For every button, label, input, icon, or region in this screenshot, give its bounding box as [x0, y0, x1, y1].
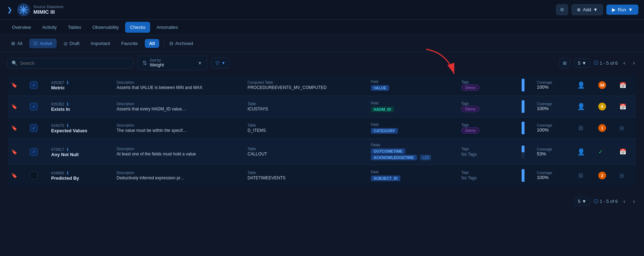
bookmark-icon[interactable]: 🔖 — [11, 149, 17, 155]
coverage-bar — [522, 122, 524, 134]
toolbar-right: ⊞ 5 ▼ ⓘ 1 - 5 of 6 ‹ › — [559, 58, 637, 69]
bottom-page-size-value: 5 — [578, 199, 580, 204]
field-cell: Field VALUE — [367, 74, 458, 96]
calendar-icon[interactable]: 📅 — [619, 104, 626, 110]
alert-badge[interactable]: 2 — [598, 172, 606, 179]
filter-favorite-chip[interactable]: Favorite — [117, 39, 142, 48]
page-size-chevron-icon: ▼ — [582, 60, 586, 66]
field-cell: Field CATEGORY — [367, 117, 458, 139]
draft-label: Draft — [70, 41, 79, 46]
check-id: #25357 — [51, 81, 64, 85]
desc-cell: Description At least one of the fields m… — [113, 139, 244, 165]
tags-label: Tags — [461, 147, 515, 151]
table-label: Table — [247, 171, 363, 175]
calendar-icon[interactable]: 📅 — [619, 82, 626, 88]
tags-cell: Tags Demo — [458, 96, 518, 117]
table-value: CALLOUT — [247, 152, 363, 156]
bookmark-icon[interactable]: 🔖 — [11, 173, 17, 178]
expand-sidebar-button[interactable]: ❯ — [6, 5, 14, 15]
coverage-bar — [522, 146, 524, 158]
nav-bar: Overview Activity Tables Observability C… — [0, 20, 644, 35]
bar-cell — [518, 117, 533, 139]
bookmark-icon[interactable]: 🔖 — [11, 125, 17, 131]
nav-checks[interactable]: Checks — [125, 22, 150, 33]
tag-demo: Demo — [461, 84, 479, 91]
favorite-label: Favorite — [121, 41, 138, 46]
page-size-value: 5 — [578, 60, 580, 66]
bookmark-icon[interactable]: 🔖 — [11, 82, 17, 88]
person-icon[interactable]: 👤 — [577, 148, 585, 155]
check-checkbox[interactable]: ✓ — [30, 103, 38, 110]
table-row: 🔖 ✓ #73917 ℹ Any Not Null Description At… — [7, 139, 637, 165]
calendar-cell: ⊞ — [616, 117, 637, 139]
info-icon: ℹ — [67, 171, 69, 175]
add-button[interactable]: ⊕ Add ▼ — [572, 4, 603, 15]
field-cell: Field HADM_ID — [367, 96, 458, 117]
sort-text: Sort by Weight — [150, 58, 164, 68]
bookmark-cell: 🔖 — [7, 139, 26, 165]
run-button[interactable]: ▶ Run ▼ — [606, 5, 638, 15]
check-checkbox[interactable]: ✓ — [30, 81, 38, 89]
person-icon[interactable]: 🖥 — [577, 172, 584, 179]
sort-select[interactable]: ⇅ Sort by Weight ▼ — [137, 56, 207, 70]
person-icon[interactable]: 👤 — [577, 82, 585, 89]
check-checkbox[interactable]: ✓ — [30, 148, 38, 156]
app-name: MIMIC III — [33, 9, 64, 15]
field-tag: HADM_ID — [371, 107, 394, 112]
filter-all-chip[interactable]: ⊞ All — [7, 39, 26, 48]
nav-overview[interactable]: Overview — [7, 22, 36, 33]
bottom-pagination-text: 1 - 5 of 6 — [600, 199, 618, 204]
filter-archived[interactable]: ⊟ Archived — [169, 41, 193, 46]
person-icon[interactable]: 👤 — [577, 103, 585, 110]
grid-view-button[interactable]: ⊞ — [559, 58, 571, 69]
sort-chevron-icon: ▼ — [198, 60, 202, 66]
tags-cell: Tags Demo — [458, 74, 518, 96]
filter-important-chip[interactable]: Important — [86, 39, 114, 48]
table-container: 🔖 ✓ #25357 ℹ Metric Description Asserts … — [0, 74, 644, 194]
top-bar-right: ⚙ ⊕ Add ▼ ▶ Run ▼ — [556, 4, 638, 15]
alert-badge[interactable]: 1 — [598, 124, 606, 132]
calendar-icon[interactable]: ⊞ — [619, 173, 624, 179]
check-checkbox[interactable] — [30, 172, 38, 179]
nav-observability[interactable]: Observability — [88, 22, 124, 33]
coverage-cell: Coverage 53% — [533, 139, 574, 165]
nav-activity[interactable]: Activity — [37, 22, 62, 33]
desc-value: At least one of the fields must hold a v… — [117, 152, 240, 156]
table-cell: Computed Table PROCEDUREEVENTS_MV_COMPUT… — [244, 74, 367, 96]
calendar-icon[interactable]: 📅 — [619, 149, 626, 155]
bottom-next-button[interactable]: › — [631, 198, 637, 205]
tags-label: Tags — [461, 171, 515, 174]
nav-tables[interactable]: Tables — [63, 22, 86, 33]
search-input[interactable] — [20, 60, 129, 66]
filter-all-button[interactable]: All — [145, 39, 159, 48]
calendar-icon[interactable]: ⊞ — [619, 125, 624, 131]
bookmark-cell: 🔖 — [7, 96, 26, 117]
nav-anomalies[interactable]: Anomalies — [152, 22, 183, 33]
all-label: All — [17, 41, 22, 46]
alert-badge[interactable]: 6 — [598, 103, 606, 110]
filter-draft-chip[interactable]: ◎ Draft — [59, 39, 84, 48]
sort-icon: ⇅ — [142, 60, 147, 66]
bottom-page-size[interactable]: 5 ▼ — [574, 197, 590, 206]
tags-cell: Tags Demo — [458, 117, 518, 139]
check-checkbox[interactable]: ✓ — [30, 124, 38, 132]
settings-button[interactable]: ⚙ — [556, 4, 568, 15]
pagination-prev-button[interactable]: ‹ — [621, 59, 627, 67]
alert-badge[interactable]: 58 — [598, 81, 606, 89]
desc-cell: Description Deductively inferred express… — [113, 165, 244, 187]
page-size-select[interactable]: 5 ▼ — [574, 58, 590, 68]
filter-active-chip[interactable]: ☑ Active — [29, 39, 56, 48]
check-name: Metric — [51, 85, 110, 90]
alert-cell: ✓ — [595, 139, 616, 165]
app-title: Source Datastore MIMIC III — [33, 5, 64, 15]
person-icon[interactable]: 🖥 — [577, 124, 584, 132]
checks-table: 🔖 ✓ #25357 ℹ Metric Description Asserts … — [7, 74, 637, 187]
filter-button[interactable]: ▽ ▼ — [211, 57, 230, 69]
pagination-next-button[interactable]: › — [631, 59, 637, 67]
field-tag: CATEGORY — [371, 128, 398, 134]
coverage-bar — [522, 79, 524, 91]
bottom-prev-button[interactable]: ‹ — [621, 198, 627, 205]
bookmark-cell: 🔖 — [7, 117, 26, 139]
bookmark-icon[interactable]: 🔖 — [11, 104, 17, 109]
search-box[interactable]: 🔍 — [7, 58, 134, 69]
